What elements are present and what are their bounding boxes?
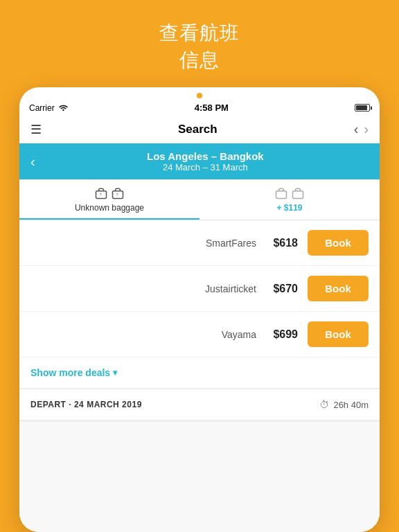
- menu-icon[interactable]: ☰: [30, 122, 42, 137]
- wifi-icon: [58, 103, 69, 113]
- deal-row: Justairticket $670 Book: [19, 266, 380, 312]
- show-more-button[interactable]: Show more deals ▾: [30, 367, 117, 378]
- depart-duration: ⏱ 26h 40m: [319, 399, 369, 410]
- route-info: Los Angeles – Bangkok 24 March – 31 Marc…: [42, 150, 369, 172]
- clock-icon: ⏱: [319, 399, 329, 410]
- nav-arrows: ‹ ›: [354, 121, 369, 137]
- top-header: 查看航班 信息: [145, 0, 254, 87]
- paid-baggage-icons: [274, 186, 305, 200]
- status-left: Carrier: [29, 103, 69, 113]
- depart-row: DEPART · 24 MARCH 2019 ⏱ 26h 40m: [19, 389, 380, 420]
- svg-text:?: ?: [116, 193, 119, 197]
- device-dot: [197, 93, 202, 98]
- show-more-row: Show more deals ▾: [19, 357, 380, 389]
- show-more-chevron: ▾: [113, 368, 117, 378]
- baggage-tabs: ? ? Unknown baggage: [19, 179, 380, 220]
- deal-book-button[interactable]: Book: [308, 230, 369, 256]
- status-right: [355, 104, 370, 112]
- deal-book-button[interactable]: Book: [308, 276, 369, 301]
- route-bar: ‹ Los Angeles – Bangkok 24 March – 31 Ma…: [19, 143, 380, 179]
- paid-baggage-label: + $119: [276, 203, 302, 213]
- deal-row: SmartFares $618 Book: [19, 220, 380, 266]
- unknown-baggage-icons: ? ?: [94, 186, 125, 200]
- nav-bar: ☰ Search ‹ ›: [19, 116, 380, 143]
- deal-provider: SmartFares: [30, 238, 265, 249]
- carrier-label: Carrier: [29, 103, 55, 113]
- baggage-tab-paid[interactable]: + $119: [200, 179, 380, 220]
- svg-rect-5: [293, 191, 303, 199]
- deal-price: $699: [265, 328, 298, 341]
- show-more-label: Show more deals: [30, 367, 110, 378]
- deals-list: SmartFares $618 Book Justairticket $670 …: [19, 220, 380, 532]
- deal-price: $670: [265, 283, 298, 295]
- deal-row: Vayama $699 Book: [19, 312, 380, 357]
- nav-title: Search: [178, 123, 218, 136]
- bottom-fade: [19, 420, 380, 423]
- status-bar: Carrier 4:58 PM: [19, 98, 380, 116]
- back-arrow[interactable]: ‹: [354, 121, 359, 137]
- route-title: Los Angeles – Bangkok: [42, 150, 369, 162]
- top-title: 查看航班 信息: [159, 19, 240, 73]
- deal-book-button[interactable]: Book: [308, 321, 369, 347]
- depart-label: DEPART · 24 MARCH 2019: [30, 400, 142, 409]
- deal-provider: Justairticket: [30, 283, 265, 294]
- deal-price: $618: [265, 237, 298, 249]
- route-dates: 24 March – 31 March: [42, 162, 369, 172]
- forward-arrow[interactable]: ›: [364, 121, 369, 137]
- depart-duration-value: 26h 40m: [333, 400, 369, 410]
- unknown-baggage-label: Unknown baggage: [75, 203, 144, 213]
- status-time: 4:58 PM: [195, 103, 229, 113]
- battery-icon: [355, 104, 370, 112]
- svg-text:?: ?: [100, 193, 103, 197]
- svg-rect-4: [276, 191, 287, 199]
- deal-provider: Vayama: [30, 329, 265, 340]
- route-back-arrow[interactable]: ‹: [30, 154, 35, 170]
- baggage-tab-unknown[interactable]: ? ? Unknown baggage: [19, 179, 200, 220]
- device-frame: Carrier 4:58 PM ☰ Search ‹ › ‹: [19, 87, 380, 532]
